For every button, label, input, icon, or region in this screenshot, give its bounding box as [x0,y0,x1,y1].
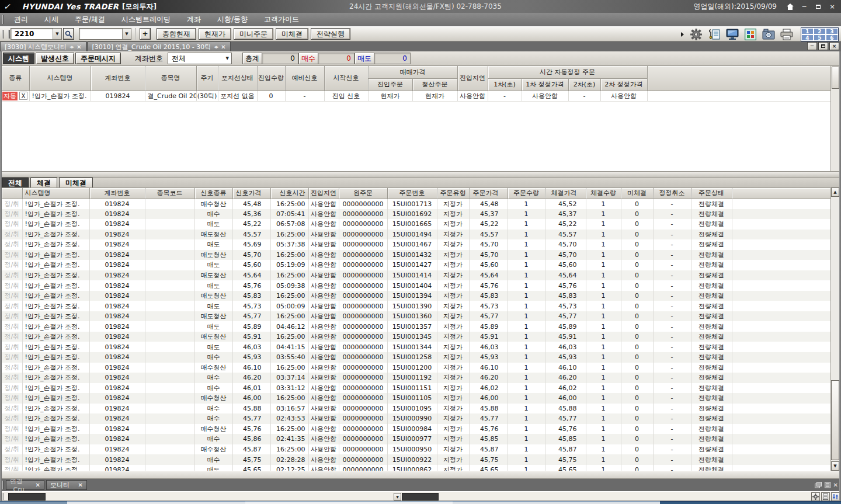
orders-column-header[interactable]: 시스템명 [22,188,89,199]
order-row[interactable]: 정/취!입가_손절가 조정.019824매도청산45,5716:25:00사용안… [2,230,830,240]
sys-col-t1-sec[interactable]: 1차(초) [488,78,522,91]
quick-screen-number[interactable]: 4 [801,34,814,41]
order-row[interactable]: 정/취!입가_손절가 조정.019824매도45,7305:00:09사용안함0… [2,301,830,311]
palette-grid-icon[interactable] [743,28,758,41]
menu-item[interactable]: 관리 [6,15,36,25]
view-mode-button[interactable]: 주문메시지 [75,53,121,64]
home-icon[interactable] [786,3,794,11]
orders-column-header[interactable]: 신호종류 [194,188,232,199]
menu-item[interactable]: 시세 [36,15,67,25]
order-row[interactable]: 정/취!입가_손절가 조정.019824매수청산45,8716:25:00사용안… [2,444,830,455]
system-table-scrollbar[interactable] [830,66,839,171]
orders-column-header[interactable] [2,188,22,199]
tab-swap-icon[interactable]: ◂▸ [214,44,218,50]
add-button[interactable]: + [140,28,151,40]
order-row[interactable]: 정/취!입가_손절가 조정.019824매수청산45,7616:25:00사용안… [2,424,830,435]
document-list-icon[interactable] [825,482,830,488]
sys-col-period[interactable]: 주기 [196,66,218,91]
document-tab[interactable]: [3010] 연결_Crude Oil 2015,10 - 30틱 ◂▸ ✕ [88,41,231,51]
scrollbar-thumb[interactable] [831,380,839,460]
order-row[interactable]: 정/취!입가_손절가 조정.019824매수45,8602:41:35사용안함0… [2,434,830,444]
order-row[interactable]: 정/취!입가_손절가 조정.019824매도청산45,9116:25:00사용안… [2,332,830,342]
orders-tab[interactable]: 체결 [30,178,57,187]
account-combo[interactable]: 전체 ▼ [168,53,232,64]
camera-icon[interactable] [761,28,776,41]
minimize-button[interactable]: ─ [800,3,808,11]
order-row[interactable]: 정/취!입가_손절가 조정.019824매수46,2003:37:14사용안함0… [2,373,830,383]
view-mode-button[interactable]: 시스템 [3,53,34,64]
orders-column-header[interactable]: 체결가격 [545,188,586,199]
order-row[interactable]: 정/취!입가_손절가 조정.019824매도청산45,8316:25:00사용안… [2,291,830,301]
orders-column-header[interactable]: 주문가격 [469,188,508,199]
toolbar-grip[interactable] [2,30,4,39]
symbol-combo[interactable]: ▼ [79,28,131,40]
quick-screen-number[interactable]: 1 [801,28,814,34]
menu-item[interactable]: 주문/체결 [67,15,113,25]
settings-gear-icon[interactable] [811,492,820,501]
order-row[interactable]: 정/취!입가_손절가 조정.019824매도청산45,7716:25:00사용안… [2,311,830,322]
orders-column-header[interactable]: 정정취소 [653,188,691,199]
order-row[interactable]: 정/취!입가_손절가 조정.019824매수45,9303:55:40사용안함0… [2,352,830,363]
gear-icon[interactable] [689,28,704,41]
refresh-arrows-icon[interactable] [831,492,840,501]
horizontal-splitter[interactable] [2,171,839,178]
order-row[interactable]: 정/취!입가_손절가 조정.019824매수45,8803:16:57사용안함0… [2,404,830,414]
screen-code-combo[interactable]: 2210 ▼ [11,28,62,40]
monitor-icon[interactable] [725,28,740,41]
tab-close-icon[interactable]: ✕ [78,482,83,488]
sys-col-t2-sec[interactable]: 2차(초) [568,78,600,91]
log-list-icon[interactable] [821,492,830,501]
mdi-minimize-button[interactable]: ─ [807,42,817,50]
toolbar-quick-button[interactable]: 미체결 [276,28,308,40]
close-button[interactable]: × [828,3,836,11]
toolbar-quick-button[interactable]: 현재가 [199,28,231,40]
sys-col-kind[interactable]: 종류 [2,66,29,91]
sys-col-position[interactable]: 포지션상태 [218,66,257,91]
kind-x-checkbox[interactable]: X [19,92,27,100]
bottom-tab[interactable]: 모니터 ✕ [46,480,87,490]
order-row[interactable]: 정/취!입가_손절가 조정.019824매수청산46,1016:25:00사용안… [2,363,830,373]
menu-item[interactable]: 계좌 [179,15,209,25]
orders-column-header[interactable]: 주문번호 [387,188,437,199]
search-button[interactable] [63,28,74,40]
bottom-tab[interactable]: 연결_Cru ✕ [6,480,44,490]
orders-column-header[interactable]: 미체결 [621,188,653,199]
menu-item[interactable]: 시스템트레이딩 [113,15,179,25]
order-row[interactable]: 정/취!입가_손절가 조정.019824매도청산45,6416:25:00사용안… [2,270,830,281]
chevron-down-icon[interactable]: ▼ [394,493,401,500]
orders-column-header[interactable]: 원주문 [339,188,387,199]
system-row[interactable]: 자동 X !입가_손절가 조정. 019824 결_Crude Oil 2015… [2,91,830,101]
mdi-close-button[interactable]: × [829,42,839,50]
document-tab[interactable]: [3030] 시스템모니터 ◂▸ ✕ [0,41,86,51]
order-row[interactable]: 정/취!입가_손절가 조정.019824매수45,7702:43:53사용안함0… [2,413,830,424]
orders-column-header[interactable]: 진입지연 [308,188,339,199]
order-row[interactable]: 정/취!입가_손절가 조정.019824매도46,0304:41:15사용안함0… [2,342,830,352]
scroll-down-icon[interactable]: ▼ [831,461,839,471]
order-row[interactable]: 정/취!입가_손절가 조정.019824매도45,8904:46:12사용안함0… [2,321,830,332]
orders-tab[interactable]: 미체결 [59,178,93,187]
scroll-up-icon[interactable]: ▲ [831,187,839,197]
sys-col-entry-qty[interactable]: 진입수량 [257,66,285,91]
order-row[interactable]: 정/취!입가_손절가 조정.019824매도45,6905:37:38사용안함0… [2,239,830,250]
orders-column-header[interactable]: 종목코드 [145,188,194,199]
orders-column-header[interactable]: 주문수량 [508,188,545,199]
restore-button[interactable] [814,3,822,11]
bottom-bar-grip[interactable] [2,493,4,500]
menu-item[interactable]: 시황/동향 [209,15,256,25]
toolbar-grip2[interactable] [8,30,10,39]
sys-col-t1-price[interactable]: 1차 정정가격 [522,78,568,91]
toolbar-quick-button[interactable]: 종합현재 [157,28,196,40]
sys-col-exit-order[interactable]: 청산주문 [412,78,457,91]
order-row[interactable]: 정/취!입가_손절가 조정.019824매도청산45,7016:25:00사용안… [2,250,830,260]
bottom-tabstrip-grip[interactable] [2,481,4,489]
quick-screen-number[interactable]: 3 [826,28,838,34]
chevron-down-icon[interactable]: ▼ [53,29,61,39]
order-row[interactable]: 정/취!입가_손절가 조정.019824매도45,2206:57:08사용안함0… [2,219,830,230]
order-row[interactable]: 정/취!입가_손절가 조정.019824매도45,6005:19:09사용안함0… [2,260,830,270]
toolbar-quick-button[interactable]: 전략실행 [311,28,350,40]
tab-close-icon[interactable]: ✕ [77,44,81,50]
tab-close-icon[interactable]: ✕ [221,44,225,50]
orders-column-header[interactable]: 체결수량 [586,188,621,199]
menu-item[interactable]: 고객가이드 [256,15,307,25]
orders-column-header[interactable]: 신호가격 [232,188,270,199]
